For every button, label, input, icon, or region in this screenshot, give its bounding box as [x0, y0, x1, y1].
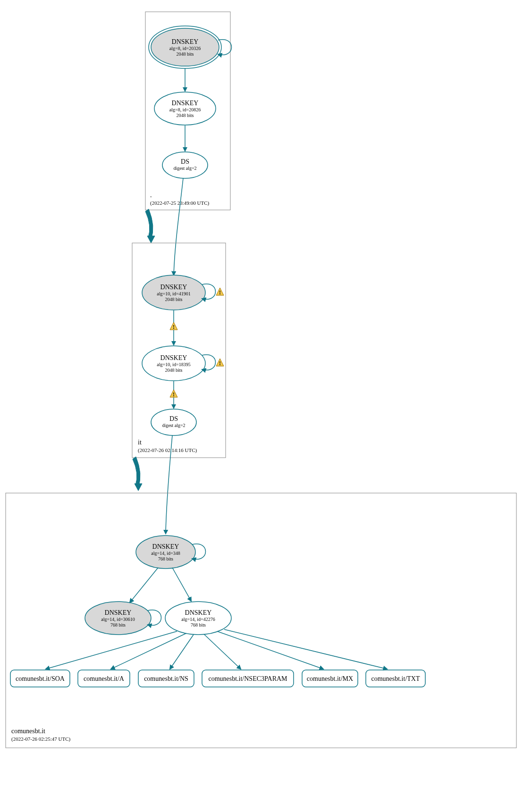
rr-mx: comunesbt.it/MX: [302, 670, 358, 687]
svg-text:2048 bits: 2048 bits: [177, 113, 194, 118]
svg-text:DNSKEY: DNSKEY: [105, 609, 132, 616]
svg-text:alg=10, id=18395: alg=10, id=18395: [157, 362, 190, 367]
svg-point-9: [162, 152, 208, 178]
svg-text:DNSKEY: DNSKEY: [185, 609, 212, 616]
svg-text:DNSKEY: DNSKEY: [152, 543, 179, 550]
svg-text:comunesbt.it/TXT: comunesbt.it/TXT: [371, 675, 420, 682]
svg-text:comunesbt.it/MX: comunesbt.it/MX: [307, 675, 353, 682]
svg-text:comunesbt.it/NSEC3PARAM: comunesbt.it/NSEC3PARAM: [208, 675, 287, 682]
zone-domain-box: [6, 493, 516, 748]
svg-text:2048 bits: 2048 bits: [177, 51, 194, 57]
rr-a: comunesbt.it/A: [78, 670, 130, 687]
zone-domain-timestamp: (2022-07-26 02:25:47 UTC): [11, 736, 71, 742]
svg-text:alg=10, id=41901: alg=10, id=41901: [157, 291, 190, 296]
svg-text:DNSKEY: DNSKEY: [160, 354, 187, 361]
delegation-arrow-it-domain: [133, 457, 140, 487]
svg-text:digest alg=2: digest alg=2: [173, 166, 196, 171]
svg-text:!: !: [219, 360, 221, 367]
warning-icon: !: [170, 322, 177, 330]
svg-text:!: !: [219, 289, 221, 296]
node-root-ds: DS digest alg=2: [162, 152, 208, 178]
rr-ns: comunesbt.it/NS: [138, 670, 194, 687]
edge-zsk2-a: [111, 633, 186, 669]
rr-txt: comunesbt.it/TXT: [366, 670, 425, 687]
zone-domain-name: comunesbt.it: [11, 728, 45, 735]
svg-text:DNSKEY: DNSKEY: [172, 38, 199, 45]
svg-text:768 bits: 768 bits: [158, 556, 173, 561]
warning-icon: !: [216, 359, 224, 367]
svg-text:2048 bits: 2048 bits: [165, 368, 183, 373]
zone-root-name: .: [150, 192, 152, 199]
zone-it-name: it: [138, 439, 142, 446]
node-dom-zsk1: DNSKEY alg=14, id=30610 768 bits: [85, 602, 151, 635]
node-dom-ksk: DNSKEY alg=14, id=348 768 bits: [136, 536, 195, 569]
edge-root-ds-it-ksk: [174, 178, 183, 275]
svg-text:!: !: [173, 324, 175, 330]
node-it-zsk: DNSKEY alg=10, id=18395 2048 bits: [142, 346, 205, 381]
edge-zsk2-mx: [217, 631, 323, 669]
svg-text:2048 bits: 2048 bits: [165, 297, 183, 302]
svg-text:!: !: [173, 391, 175, 398]
svg-text:alg=14, id=348: alg=14, id=348: [151, 551, 180, 556]
svg-text:alg=14, id=42276: alg=14, id=42276: [181, 617, 215, 622]
edge-dom-ksk-zsk2: [172, 568, 191, 601]
svg-text:DNSKEY: DNSKEY: [172, 100, 199, 107]
node-it-ksk: DNSKEY alg=10, id=41901 2048 bits: [142, 275, 205, 310]
svg-text:comunesbt.it/NS: comunesbt.it/NS: [144, 675, 188, 682]
rr-nsec3param: comunesbt.it/NSEC3PARAM: [202, 670, 294, 687]
svg-text:768 bits: 768 bits: [191, 622, 206, 628]
zone-it-timestamp: (2022-07-26 02:14:16 UTC): [138, 447, 197, 453]
svg-text:DS: DS: [181, 158, 189, 165]
svg-text:DNSKEY: DNSKEY: [160, 284, 187, 291]
node-dom-zsk2: DNSKEY alg=14, id=42276 768 bits: [165, 602, 231, 635]
svg-text:alg=14, id=30610: alg=14, id=30610: [101, 617, 135, 622]
edge-zsk2-soa: [46, 631, 177, 669]
svg-text:768 bits: 768 bits: [110, 622, 126, 628]
node-root-zsk: DNSKEY alg=8, id=20826 2048 bits: [154, 92, 216, 125]
node-it-ds: DS digest alg=2: [151, 409, 196, 435]
warning-icon: !: [216, 288, 224, 296]
svg-text:alg=8, id=20326: alg=8, id=20326: [169, 46, 201, 51]
svg-point-23: [151, 409, 196, 435]
delegation-arrow-root-it: [145, 209, 153, 240]
edge-dom-ksk-zsk1: [130, 568, 158, 603]
dnssec-chain-diagram: . (2022-07-25 23:49:00 UTC) DNSKEY alg=8…: [0, 0, 523, 812]
svg-text:comunesbt.it/SOA: comunesbt.it/SOA: [16, 675, 65, 682]
svg-text:alg=8, id=20826: alg=8, id=20826: [169, 107, 201, 112]
node-root-ksk: DNSKEY alg=8, id=20326 2048 bits: [149, 26, 221, 68]
rr-soa: comunesbt.it/SOA: [10, 670, 70, 687]
svg-text:DS: DS: [169, 415, 178, 422]
warning-icon: !: [170, 390, 177, 398]
edge-zsk2-nsec3p: [204, 634, 241, 669]
svg-text:digest alg=2: digest alg=2: [162, 423, 185, 428]
svg-text:comunesbt.it/A: comunesbt.it/A: [84, 675, 125, 682]
edge-zsk2-ns: [170, 635, 194, 669]
